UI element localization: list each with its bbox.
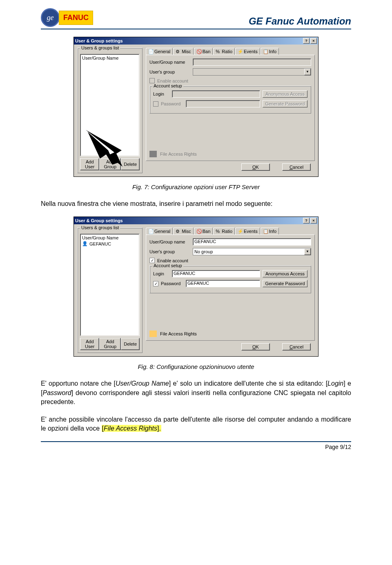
events-icon: ⚡ bbox=[238, 229, 243, 234]
page-footer: Page 9/12 bbox=[41, 441, 351, 450]
cancel-button[interactable]: CancelCancel bbox=[282, 343, 311, 351]
tab-info[interactable]: 📋Info bbox=[261, 228, 279, 234]
dialog-user-group-settings-2: User & Group settings ? × Users & groups… bbox=[74, 217, 318, 357]
users-group-dropdown[interactable]: No group▼ bbox=[193, 248, 311, 255]
list-header: User/Group Name bbox=[81, 55, 138, 61]
list-header: User/Group Name bbox=[81, 235, 138, 241]
anonymous-access-button[interactable]: Anonymous Access bbox=[263, 90, 307, 98]
tab-ban[interactable]: 🚫Ban bbox=[194, 48, 213, 55]
users-groups-listbox[interactable]: User/Group Name 👤 GEFANUC bbox=[80, 234, 140, 336]
enable-account-checkbox[interactable] bbox=[149, 78, 155, 83]
arrow-pointer-icon bbox=[86, 130, 131, 167]
password-label: Password bbox=[161, 281, 183, 286]
paragraph-3: E' anche possibile vincolare l'accesso d… bbox=[41, 415, 351, 433]
tab-general[interactable]: 📄General bbox=[146, 228, 173, 234]
dialog-footer: OOKK CancelCancel bbox=[146, 161, 315, 173]
tab-misc[interactable]: ⚙Misc bbox=[173, 48, 194, 55]
tab-events[interactable]: ⚡Events bbox=[235, 48, 260, 55]
generate-password-button[interactable]: Generate Password bbox=[263, 100, 307, 107]
titlebar: User & Group settings ? × bbox=[74, 217, 318, 224]
chevron-down-icon: ▼ bbox=[304, 69, 311, 75]
titlebar: User & Group settings ? × bbox=[74, 37, 318, 45]
user-group-name-label: User/Group name bbox=[149, 239, 190, 244]
paragraph-1: Nella nuova finestra che viene mostrata,… bbox=[41, 199, 351, 208]
password-checkbox[interactable]: ✓ bbox=[153, 281, 158, 286]
misc-icon: ⚙ bbox=[176, 49, 180, 54]
account-setup-fieldset: Account setup Login Anonymous Access Pas… bbox=[149, 86, 311, 114]
add-user-button[interactable]: Add User bbox=[80, 338, 99, 350]
paragraph-2: E' opportuno notare che [User/Group Name… bbox=[41, 379, 351, 406]
general-icon: 📄 bbox=[148, 229, 153, 234]
figure-7-caption: Fig. 7: Configurazione opzioni user FTP … bbox=[41, 183, 351, 190]
enable-account-label: Enable account bbox=[157, 78, 188, 83]
general-panel: User/Group name User's group ▼ Enable ac… bbox=[146, 55, 315, 161]
chevron-down-icon: ▼ bbox=[304, 248, 311, 255]
file-access-rights-link[interactable]: File Access Rights bbox=[160, 331, 197, 336]
tab-ban[interactable]: 🚫Ban bbox=[194, 228, 213, 234]
tab-misc[interactable]: ⚙Misc bbox=[173, 228, 194, 234]
close-button[interactable]: × bbox=[310, 38, 317, 44]
users-groups-label: Users & groups list bbox=[80, 45, 120, 50]
add-group-button[interactable]: Add Group bbox=[99, 338, 121, 350]
logo: ge FANUC bbox=[41, 8, 93, 27]
misc-icon: ⚙ bbox=[176, 229, 180, 234]
titlebar-text: User & Group settings bbox=[75, 218, 123, 223]
password-checkbox[interactable] bbox=[153, 101, 158, 107]
folder-icon bbox=[149, 331, 157, 337]
user-group-name-input[interactable] bbox=[193, 58, 311, 66]
login-label: Login bbox=[153, 92, 169, 96]
user-icon: 👤 bbox=[82, 241, 88, 246]
file-access-rights-link[interactable]: File Access Rights bbox=[160, 152, 197, 156]
account-setup-label: Account setup bbox=[152, 83, 183, 88]
users-groups-fieldset: Users & groups list User/Group Name 👤 GE… bbox=[77, 228, 143, 353]
ban-icon: 🚫 bbox=[196, 49, 201, 54]
password-label: Password bbox=[161, 101, 183, 106]
ban-icon: 🚫 bbox=[196, 229, 201, 234]
users-groups-label: Users & groups list bbox=[80, 225, 120, 230]
help-button[interactable]: ? bbox=[303, 38, 310, 44]
password-input[interactable]: GEFANUC bbox=[186, 280, 260, 287]
user-group-name-input[interactable]: GEFANUC bbox=[193, 238, 311, 246]
tab-info[interactable]: 📋Info bbox=[261, 48, 279, 55]
tab-ratio[interactable]: %Ratio bbox=[213, 228, 235, 234]
fanuc-badge: FANUC bbox=[59, 11, 93, 25]
account-setup-label: Account setup bbox=[152, 263, 183, 268]
password-input[interactable] bbox=[186, 100, 260, 107]
login-input[interactable]: GEFANUC bbox=[172, 270, 260, 277]
generate-password-button[interactable]: Generate Password bbox=[263, 280, 307, 287]
titlebar-text: User & Group settings bbox=[75, 38, 123, 43]
header-title: GE Fanuc Automation bbox=[249, 16, 351, 27]
general-icon: 📄 bbox=[148, 49, 153, 54]
folder-icon bbox=[149, 151, 157, 157]
list-item[interactable]: 👤 GEFANUC bbox=[81, 241, 138, 247]
account-setup-fieldset: Account setup Login GEFANUC Anonymous Ac… bbox=[149, 266, 311, 293]
tab-general[interactable]: 📄General bbox=[146, 48, 173, 55]
user-group-name-label: User/Group name bbox=[149, 60, 190, 65]
page-header: ge FANUC GE Fanuc Automation bbox=[41, 8, 351, 29]
login-input[interactable] bbox=[172, 90, 260, 98]
close-button[interactable]: × bbox=[310, 218, 317, 223]
login-label: Login bbox=[153, 271, 169, 276]
tab-ratio[interactable]: %Ratio bbox=[213, 48, 235, 55]
enable-account-checkbox[interactable]: ✓ bbox=[149, 258, 155, 263]
ok-button[interactable]: OOKK bbox=[241, 163, 270, 171]
help-button[interactable]: ? bbox=[303, 218, 310, 223]
info-icon: 📋 bbox=[263, 229, 268, 234]
tab-events[interactable]: ⚡Events bbox=[235, 228, 260, 234]
dialog-footer: OKOK CancelCancel bbox=[146, 341, 315, 353]
general-panel: User/Group name GEFANUC User's group No … bbox=[146, 234, 315, 341]
delete-button[interactable]: Delete bbox=[121, 338, 140, 350]
users-group-label: User's group bbox=[149, 249, 190, 254]
anonymous-access-button[interactable]: Anonymous Access bbox=[263, 270, 307, 277]
tab-row: 📄General ⚙Misc 🚫Ban %Ratio ⚡Events 📋Info bbox=[146, 228, 315, 234]
ratio-icon: % bbox=[216, 49, 220, 54]
cancel-button[interactable]: CancelCancel bbox=[282, 163, 311, 171]
ge-monogram-icon: ge bbox=[41, 8, 60, 27]
events-icon: ⚡ bbox=[238, 49, 243, 54]
tab-row: 📄General ⚙Misc 🚫Ban %Ratio ⚡Events 📋Info bbox=[146, 48, 315, 55]
ok-button[interactable]: OKOK bbox=[241, 343, 270, 351]
users-group-dropdown[interactable]: ▼ bbox=[193, 68, 311, 76]
page-number: Page 9/12 bbox=[325, 444, 351, 450]
info-icon: 📋 bbox=[263, 49, 268, 54]
users-group-label: User's group bbox=[149, 69, 190, 74]
